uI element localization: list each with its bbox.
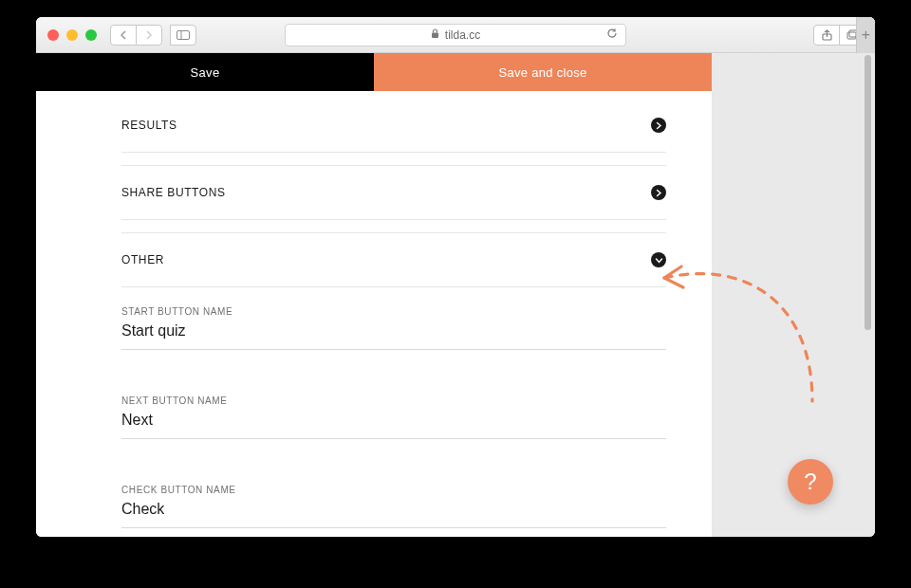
panel-content: RESULTS SHARE BUTTONS OT xyxy=(121,99,666,537)
section-other-title: OTHER xyxy=(121,253,164,266)
plus-icon: + xyxy=(862,27,870,44)
section-share-buttons[interactable]: SHARE BUTTONS xyxy=(121,165,666,220)
browser-titlebar: tilda.cc + xyxy=(36,17,875,53)
tab-save-close[interactable]: Save and close xyxy=(374,53,712,91)
arrow-down-icon xyxy=(651,252,666,267)
arrow-right-icon xyxy=(651,118,666,133)
sidebar-toggle-button[interactable] xyxy=(170,25,196,46)
new-tab-button[interactable]: + xyxy=(856,17,875,53)
scrollbar-track xyxy=(864,53,871,537)
panel-tabs: Save Save and close xyxy=(36,53,712,91)
url-host: tilda.cc xyxy=(445,28,480,42)
question-icon: ? xyxy=(804,469,816,495)
sidebar-icon xyxy=(177,30,190,40)
reload-button[interactable] xyxy=(606,28,618,42)
address-bar[interactable]: tilda.cc xyxy=(285,24,626,46)
check-button-name-input[interactable] xyxy=(121,495,666,528)
forward-button[interactable] xyxy=(136,25,162,46)
field-label-start: START BUTTON NAME xyxy=(121,306,666,317)
reload-icon xyxy=(606,28,618,39)
tab-save-label: Save xyxy=(191,65,220,80)
section-results[interactable]: RESULTS xyxy=(121,99,666,153)
chevron-left-icon xyxy=(120,30,127,40)
back-button[interactable] xyxy=(110,25,137,46)
svg-rect-0 xyxy=(177,30,190,39)
tab-save[interactable]: Save xyxy=(36,53,374,91)
section-other[interactable]: OTHER xyxy=(121,232,666,287)
section-share-title: SHARE BUTTONS xyxy=(121,186,226,199)
arrow-right-icon xyxy=(651,185,666,200)
share-icon xyxy=(822,29,832,41)
svg-rect-4 xyxy=(847,32,856,39)
start-button-name-input[interactable] xyxy=(121,317,666,350)
window-controls xyxy=(47,29,97,41)
svg-rect-2 xyxy=(432,33,438,39)
browser-window: tilda.cc + What kind of traveler are you… xyxy=(36,17,875,537)
next-button-name-input[interactable] xyxy=(121,406,666,439)
section-results-title: RESULTS xyxy=(121,119,177,132)
zoom-window-button[interactable] xyxy=(85,29,97,41)
page: What kind of traveler are you? Complete … xyxy=(36,53,875,537)
share-button[interactable] xyxy=(813,25,840,46)
tab-save-close-label: Save and close xyxy=(498,65,586,80)
minimize-window-button[interactable] xyxy=(66,29,78,41)
close-window-button[interactable] xyxy=(47,29,59,41)
chevron-right-icon xyxy=(145,30,153,40)
help-fab[interactable]: ? xyxy=(788,459,833,505)
settings-panel: Save Save and close RESULTS xyxy=(36,53,712,537)
field-label-check: CHECK BUTTON NAME xyxy=(121,485,666,495)
field-label-next: NEXT BUTTON NAME xyxy=(121,395,666,406)
scrollbar-thumb[interactable] xyxy=(865,55,871,330)
lock-icon xyxy=(431,28,439,41)
